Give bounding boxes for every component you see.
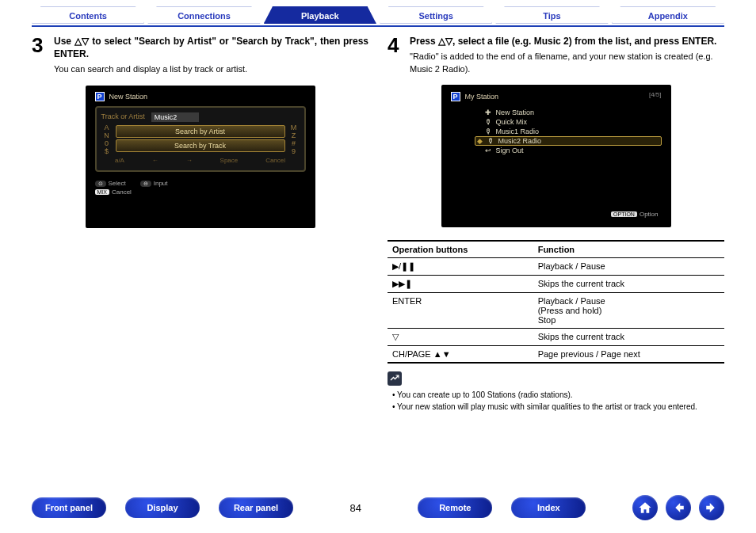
step-number: 4 [388, 35, 403, 75]
note-icon [388, 371, 402, 386]
nav-rear-panel[interactable]: Rear panel [219, 497, 293, 518]
step-4: 4 Press △▽, select a file (e.g. Music 2)… [388, 35, 724, 75]
tab-settings[interactable]: Settings [380, 6, 492, 24]
next-button[interactable] [699, 495, 724, 520]
page-number: 84 [340, 502, 372, 514]
hint-key-select: ⊙ [95, 181, 106, 187]
tab-contents[interactable]: Contents [32, 6, 144, 24]
step-number: 3 [32, 35, 48, 76]
list-item-music1-radio: 🎙 Music1 Radio [475, 127, 662, 136]
notes-list: You can create up to 100 Stations (radio… [388, 389, 724, 413]
list-counter: [4/5] [649, 91, 662, 98]
bottom-bar: Front panel Display Rear panel 84 Remote… [32, 495, 724, 520]
note-item: Your new station will play music with si… [391, 401, 724, 413]
table-row: ▽Skips the current track [388, 328, 724, 345]
nav-front-panel[interactable]: Front panel [32, 497, 106, 518]
table-row: ▶/❚❚Playback / Pause [388, 257, 724, 275]
nav-remote[interactable]: Remote [418, 497, 492, 518]
mic-icon: 🎙 [485, 128, 492, 135]
table-row: CH/PAGE ▲▼Page previous / Page next [388, 345, 724, 363]
exit-icon: ↩ [485, 147, 492, 154]
tab-tips[interactable]: Tips [495, 6, 608, 24]
list-item-music2-radio: ◆🎙 Music2 Radio [475, 136, 662, 146]
list-item-sign-out: ↩ Sign Out [475, 146, 662, 155]
pandora-icon: P [451, 92, 460, 101]
station-list: ✚ New Station 🎙 Quick Mix 🎙 Music1 Radio… [475, 108, 662, 155]
prompt-label: Track or Artist [101, 112, 145, 122]
step-3: 3 Use △▽ to select "Search by Artist" or… [32, 35, 368, 76]
pandora-icon: P [95, 92, 105, 101]
list-item-new-station: ✚ New Station [475, 108, 662, 117]
th-function: Function [533, 241, 724, 258]
nav-index[interactable]: Index [511, 497, 586, 518]
search-input-value: Music2 [151, 112, 199, 122]
option-search-by-artist: Search by Artist [116, 125, 285, 138]
option-hint: OPTIONOption [611, 211, 658, 218]
th-operation: Operation buttons [388, 241, 533, 258]
list-item-quick-mix: 🎙 Quick Mix [475, 117, 662, 127]
nav-display[interactable]: Display [125, 497, 200, 518]
screen-title: New Station [109, 93, 148, 101]
table-row: ▶▶❚Skips the current track [388, 275, 724, 292]
plus-icon: ✚ [485, 109, 492, 116]
mic-icon: 🎙 [487, 137, 494, 145]
operation-table: Operation buttons Function ▶/❚❚Playback … [388, 240, 724, 364]
step-desc: "Radio" is added to the end of a filenam… [410, 51, 724, 75]
device-screen-my-station: P My Station [4/5] ✚ New Station 🎙 Quick… [441, 85, 671, 227]
tab-divider [32, 25, 724, 27]
screen-title: My Station [465, 93, 499, 101]
tab-playback[interactable]: Playback [264, 6, 376, 24]
tab-appendix[interactable]: Appendix [612, 6, 724, 24]
device-screen-new-station: P New Station Track or Artist Music2 A N… [86, 86, 315, 228]
column-right: 4 Press △▽, select a file (e.g. Music 2)… [388, 35, 724, 413]
step-title: Use △▽ to select "Search by Artist" or "… [54, 35, 368, 60]
table-row: ENTERPlayback / Pause (Press and hold) S… [388, 292, 724, 328]
column-left: 3 Use △▽ to select "Search by Artist" or… [32, 35, 368, 413]
prev-button[interactable] [666, 495, 691, 520]
step-desc: You can search and display a list by tra… [54, 63, 368, 75]
hint-key-cancel: MIX [95, 189, 109, 195]
hint-key-input: ⊖ [140, 181, 151, 187]
alphabet-right: M Z # 9 [288, 124, 300, 155]
mic-icon: 🎙 [485, 118, 492, 126]
keyboard-bottom-row: a/A ← → Space Cancel [101, 157, 300, 164]
home-button[interactable] [632, 495, 658, 520]
top-tabs: Contents Connections Playback Settings T… [0, 0, 756, 25]
alphabet-left: A N 0 $ [101, 124, 113, 155]
note-item: You can create up to 100 Stations (radio… [391, 389, 724, 401]
step-title: Press △▽, select a file (e.g. Music 2) f… [410, 35, 724, 48]
option-search-by-track: Search by Track [116, 139, 285, 152]
tab-connections[interactable]: Connections [147, 6, 260, 24]
